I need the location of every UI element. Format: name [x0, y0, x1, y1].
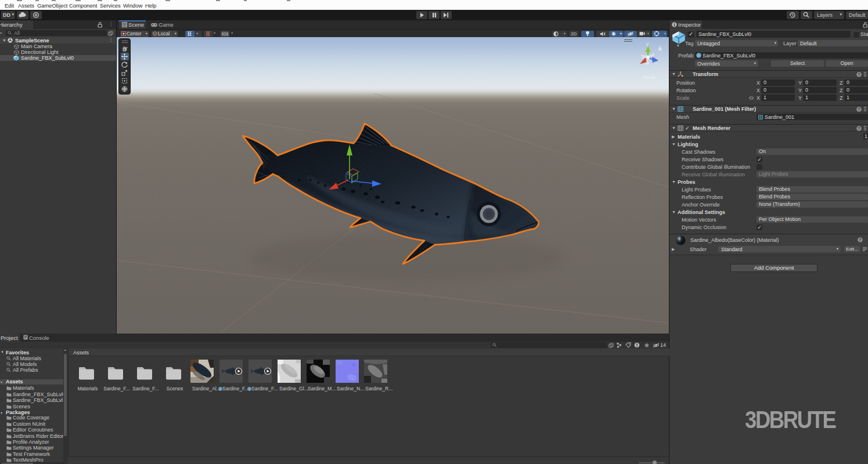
svg-text:Persp: Persp: [643, 75, 655, 80]
svg-text:y: y: [646, 41, 649, 47]
